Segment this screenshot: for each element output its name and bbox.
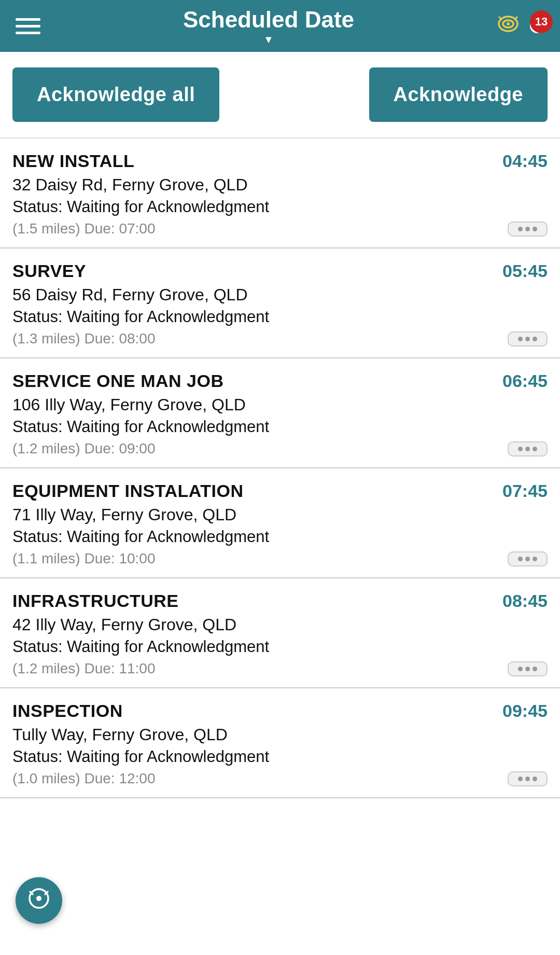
job-item[interactable]: SERVICE ONE MAN JOB 06:45 106 Illy Way, … <box>0 358 560 468</box>
job-list: NEW INSTALL 04:45 32 Daisy Rd, Ferny Gro… <box>0 139 560 798</box>
job-item[interactable]: INSPECTION 09:45 Tully Way, Ferny Grove,… <box>0 688 560 798</box>
job-time: 05:45 <box>502 261 548 281</box>
job-time: 09:45 <box>502 701 548 721</box>
job-distance-due: (1.1 miles) Due: 10:00 <box>12 550 155 567</box>
job-more-button[interactable] <box>508 551 548 566</box>
page-title: Scheduled Date <box>183 7 354 33</box>
action-buttons-row: Acknowledge all Acknowledge <box>0 52 560 139</box>
job-item[interactable]: SURVEY 05:45 56 Daisy Rd, Ferny Grove, Q… <box>0 248 560 358</box>
job-distance-due: (1.5 miles) Due: 07:00 <box>12 220 155 237</box>
job-more-button[interactable] <box>508 771 548 786</box>
job-type: SERVICE ONE MAN JOB <box>12 371 224 391</box>
job-footer: (1.5 miles) Due: 07:00 <box>12 220 548 237</box>
job-header: SURVEY 05:45 <box>12 261 548 281</box>
job-more-button[interactable] <box>508 661 548 676</box>
job-item[interactable]: EQUIPMENT INSTALATION 07:45 71 Illy Way,… <box>0 468 560 578</box>
job-time: 07:45 <box>502 481 548 501</box>
notification-count: 13 <box>530 10 553 33</box>
job-footer: (1.2 miles) Due: 11:00 <box>12 660 548 677</box>
menu-button[interactable] <box>16 18 40 34</box>
job-more-button[interactable] <box>508 222 548 237</box>
job-item[interactable]: INFRASTRUCTURE 08:45 42 Illy Way, Ferny … <box>0 578 560 688</box>
job-header: INFRASTRUCTURE 08:45 <box>12 591 548 611</box>
notification-badge[interactable]: 13 <box>530 19 544 33</box>
chevron-down-icon: ▼ <box>263 34 274 46</box>
job-distance-due: (1.3 miles) Due: 08:00 <box>12 330 155 347</box>
job-more-button[interactable] <box>508 441 548 456</box>
job-status: Status: Waiting for Acknowledgment <box>12 528 548 546</box>
job-footer: (1.0 miles) Due: 12:00 <box>12 770 548 787</box>
job-item[interactable]: NEW INSTALL 04:45 32 Daisy Rd, Ferny Gro… <box>0 139 560 248</box>
job-status: Status: Waiting for Acknowledgment <box>12 748 548 766</box>
job-type: INSPECTION <box>12 701 123 721</box>
acknowledge-all-button[interactable]: Acknowledge all <box>12 67 219 122</box>
job-time: 06:45 <box>502 371 548 391</box>
job-header: SERVICE ONE MAN JOB 06:45 <box>12 371 548 391</box>
job-distance-due: (1.0 miles) Due: 12:00 <box>12 770 155 787</box>
job-address: 71 Illy Way, Ferny Grove, QLD <box>12 505 548 524</box>
job-address: Tully Way, Ferny Grove, QLD <box>12 725 548 744</box>
job-address: 106 Illy Way, Ferny Grove, QLD <box>12 395 548 414</box>
job-header: EQUIPMENT INSTALATION 07:45 <box>12 481 548 501</box>
job-more-button[interactable] <box>508 331 548 347</box>
header-title-wrap: Scheduled Date ▼ <box>183 7 354 46</box>
svg-point-2 <box>507 22 510 25</box>
job-time: 04:45 <box>502 151 548 171</box>
svg-line-4 <box>514 17 517 20</box>
signal-icon[interactable] <box>497 13 520 39</box>
job-address: 32 Daisy Rd, Ferny Grove, QLD <box>12 175 548 195</box>
header-right-actions: 13 <box>497 13 544 39</box>
job-status: Status: Waiting for Acknowledgment <box>12 418 548 436</box>
job-type: EQUIPMENT INSTALATION <box>12 481 244 501</box>
job-status: Status: Waiting for Acknowledgment <box>12 638 548 656</box>
job-status: Status: Waiting for Acknowledgment <box>12 198 548 216</box>
job-distance-due: (1.2 miles) Due: 11:00 <box>12 660 155 677</box>
job-distance-due: (1.2 miles) Due: 09:00 <box>12 440 155 457</box>
job-status: Status: Waiting for Acknowledgment <box>12 308 548 326</box>
job-header: INSPECTION 09:45 <box>12 701 548 721</box>
job-type: SURVEY <box>12 261 86 281</box>
app-header: Scheduled Date ▼ 13 <box>0 0 560 52</box>
acknowledge-button[interactable]: Acknowledge <box>369 67 548 122</box>
job-type: INFRASTRUCTURE <box>12 591 179 611</box>
job-footer: (1.2 miles) Due: 09:00 <box>12 440 548 457</box>
job-footer: (1.3 miles) Due: 08:00 <box>12 330 548 347</box>
fab-button[interactable] <box>16 877 62 924</box>
job-address: 42 Illy Way, Ferny Grove, QLD <box>12 615 548 634</box>
job-time: 08:45 <box>502 591 548 611</box>
svg-line-3 <box>499 17 502 20</box>
job-header: NEW INSTALL 04:45 <box>12 151 548 171</box>
job-footer: (1.1 miles) Due: 10:00 <box>12 550 548 567</box>
job-type: NEW INSTALL <box>12 151 134 171</box>
svg-point-6 <box>36 896 41 901</box>
fab-icon <box>27 887 50 915</box>
job-address: 56 Daisy Rd, Ferny Grove, QLD <box>12 285 548 305</box>
